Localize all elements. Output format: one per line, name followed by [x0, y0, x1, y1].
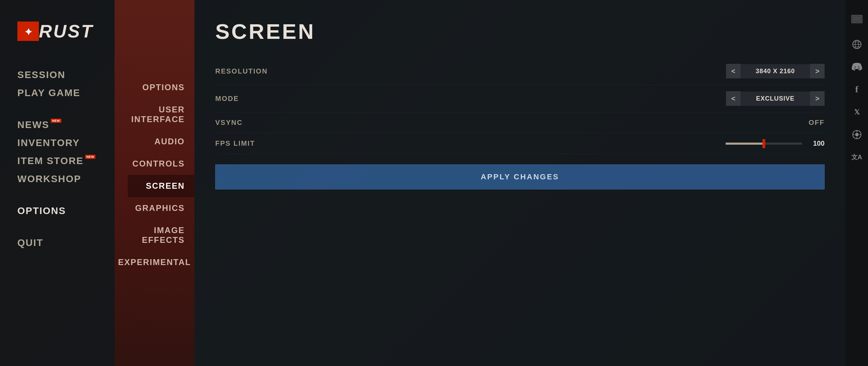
svg-point-13	[855, 133, 859, 136]
svg-text:✦: ✦	[24, 27, 32, 37]
sidebar-middle: OPTIONS USER INTERFACE AUDIO CONTROLS SC…	[115, 0, 194, 366]
mid-nav-options[interactable]: OPTIONS	[118, 76, 185, 99]
fps-limit-slider-track[interactable]	[726, 143, 802, 145]
sidebar-item-session[interactable]: SESSION	[17, 66, 115, 84]
resolution-prev-button[interactable]: <	[726, 64, 741, 78]
page-title: SCREEN	[215, 19, 825, 44]
sidebar-item-news[interactable]: NEWS NEW	[17, 116, 115, 134]
settings-row-fps-limit: FPS LIMIT 100	[215, 133, 825, 154]
translate-button[interactable]: 文A	[845, 146, 868, 168]
mode-label: MODE	[215, 95, 726, 103]
fps-limit-control: 100	[726, 139, 825, 147]
steam-button[interactable]	[845, 123, 868, 146]
thumbnail-icon	[851, 14, 863, 25]
mode-control: < Exclusive >	[726, 91, 825, 106]
mode-next-button[interactable]: >	[810, 91, 825, 106]
mode-prev-button[interactable]: <	[726, 91, 741, 106]
mid-nav-user-interface[interactable]: USER INTERFACE	[118, 99, 185, 130]
item-store-badge: NEW	[85, 155, 96, 159]
main-navigation: SESSION PLAY GAME NEWS NEW INVENTORY ITE…	[17, 66, 115, 252]
mid-nav-image-effects[interactable]: IMAGE EFFECTS	[118, 219, 185, 251]
svg-point-11	[858, 66, 859, 68]
svg-rect-4	[853, 16, 861, 22]
sidebar-left: ✦ RUST SESSION PLAY GAME NEWS NEW INVENT…	[0, 0, 115, 366]
steam-icon	[852, 130, 862, 139]
sidebar-item-inventory[interactable]: INVENTORY	[17, 134, 115, 152]
vsync-label: VSYNC	[215, 119, 734, 127]
fps-limit-slider-thumb[interactable]	[762, 139, 765, 148]
globe-icon	[852, 39, 862, 50]
mode-value: Exclusive	[741, 92, 810, 106]
twitter-button[interactable]: 𝕏	[845, 101, 868, 123]
fps-limit-slider-fill	[726, 143, 764, 145]
resolution-control: < 3840 x 2160 >	[726, 64, 825, 78]
facebook-button[interactable]: f	[845, 78, 868, 101]
resolution-value: 3840 x 2160	[741, 64, 810, 78]
discord-button[interactable]	[845, 56, 868, 78]
globe-button[interactable]	[845, 33, 868, 56]
mid-nav-experimental[interactable]: EXPERIMENTAL	[118, 251, 185, 273]
settings-row-mode: MODE < Exclusive >	[215, 85, 825, 112]
mid-nav-audio[interactable]: AUDIO	[118, 130, 185, 153]
news-badge: NEW	[51, 119, 61, 123]
settings-row-vsync: VSYNC OFF	[215, 112, 825, 133]
logo-text: RUST	[39, 21, 94, 42]
apply-changes-button[interactable]: APPLY CHANGES	[215, 164, 825, 189]
rust-logo-icon: ✦	[17, 22, 39, 41]
thumbnail-button[interactable]	[845, 5, 868, 33]
fps-limit-value: 100	[809, 139, 825, 147]
discord-icon	[852, 63, 862, 71]
mid-nav-graphics[interactable]: GRAPHICS	[118, 197, 185, 219]
sidebar-item-quit[interactable]: QUIT	[17, 234, 115, 252]
vsync-control: OFF	[734, 119, 825, 127]
svg-point-10	[854, 66, 856, 68]
resolution-next-button[interactable]: >	[810, 64, 825, 78]
logo-area: ✦ RUST	[17, 21, 115, 42]
fps-limit-label: FPS LIMIT	[215, 139, 726, 147]
sidebar-right: f 𝕏 文A	[845, 0, 868, 366]
options-section-label: OPTIONS	[17, 202, 115, 220]
vsync-value[interactable]: OFF	[734, 119, 825, 127]
settings-row-resolution: RESOLUTION < 3840 x 2160 >	[215, 58, 825, 85]
sidebar-item-play-game[interactable]: PLAY GAME	[17, 84, 115, 102]
mid-nav-controls[interactable]: CONTROLS	[118, 153, 185, 175]
resolution-label: RESOLUTION	[215, 67, 726, 75]
sidebar-item-item-store[interactable]: ITEM STORE NEW	[17, 152, 115, 170]
mid-nav-screen[interactable]: SCREEN	[128, 175, 194, 197]
sidebar-item-workshop[interactable]: WORKSHOP	[17, 170, 115, 188]
main-content: SCREEN RESOLUTION < 3840 x 2160 > MODE <…	[194, 0, 845, 366]
